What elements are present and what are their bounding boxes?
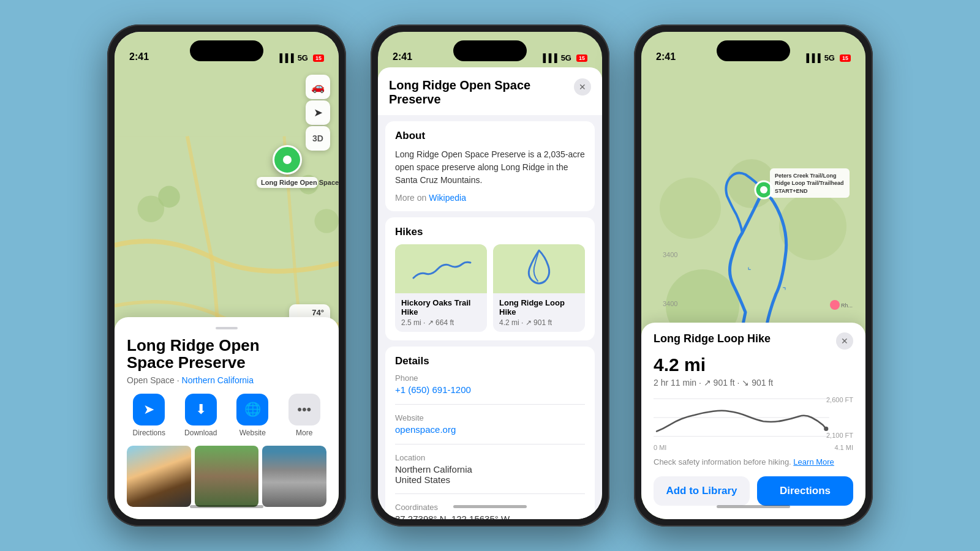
phone-1: 2:41 ▐▐▐ 5G 15 (107, 24, 346, 527)
download-label: Download (184, 429, 217, 437)
svg-text:Ridge Loop Trail/Trailhead: Ridge Loop Trail/Trailhead (775, 180, 844, 186)
status-icons-2: ▐▐▐ 5G 15 (540, 53, 587, 62)
sheet-title: Long Ridge Open Space Preserve (389, 78, 568, 107)
add-to-library-btn[interactable]: Add to Library (654, 476, 750, 506)
temperature: 74° (295, 308, 324, 317)
website-action[interactable]: 🌐 Website (230, 394, 275, 437)
more-label: More (296, 429, 312, 437)
photo-2[interactable] (195, 446, 259, 507)
safety-text: Check safety information before hiking. … (654, 457, 853, 467)
phone-value[interactable]: +1 (650) 691-1200 (395, 384, 471, 395)
location-row: Location Northern California United Stat… (395, 453, 585, 494)
hike-action-buttons: Add to Library Directions (654, 476, 853, 506)
directions-btn[interactable]: Directions (757, 476, 853, 506)
place-photos (127, 446, 326, 507)
close-sheet-btn[interactable]: ✕ (574, 78, 591, 96)
car-mode-btn[interactable]: 🚗 (306, 75, 330, 99)
hike-trail-svg-2 (493, 244, 585, 293)
signal-bars-1: ▐▐▐ (277, 53, 294, 62)
photo-1[interactable] (127, 446, 191, 507)
time-3: 2:41 (656, 51, 676, 62)
hikes-heading: Hikes (395, 226, 585, 238)
download-action[interactable]: ⬇ Download (179, 394, 224, 437)
website-label: Website (239, 429, 266, 437)
hike-card-1[interactable]: Hickory Oaks Trail Hike 2.5 mi · ↗ 664 f… (395, 244, 487, 332)
time-2: 2:41 (393, 51, 412, 62)
location-pin-1[interactable]: Long Ridge Open Space Preserve (257, 145, 318, 188)
navigate-btn[interactable]: ➤ (306, 100, 330, 125)
battery-3: 15 (840, 54, 851, 62)
dynamic-island-3 (717, 40, 790, 61)
elev-high: 2,600 FT (826, 396, 853, 403)
elevation-labels: 2,600 FT 2,100 FT (826, 396, 853, 439)
learn-more-link[interactable]: Learn More (793, 457, 834, 467)
svg-point-12 (779, 193, 846, 260)
signal-bars-3: ▐▐▐ (804, 53, 821, 62)
hike-card-title: Long Ridge Loop Hike (654, 332, 771, 345)
hike-info-2: Long Ridge Loop Hike 4.2 mi · ↗ 901 ft (493, 293, 585, 332)
hike-map-2 (493, 244, 585, 293)
details-section: Details Phone +1 (650) 691-1200 Website … (385, 347, 595, 519)
svg-point-18 (760, 186, 767, 193)
hike-stats-2: 4.2 mi · ↗ 901 ft (499, 318, 579, 327)
close-hike-card-btn[interactable]: ✕ (836, 332, 853, 350)
pin-label-1: Long Ridge Open Space Preserve (257, 177, 318, 188)
phone-2-screen: 2:41 ▐▐▐ 5G 15 Long Ridge Open Space Pre… (378, 32, 602, 519)
distance-labels: 0 MI 4.1 MI (654, 444, 853, 451)
svg-text:Peters Creek Trail/Long: Peters Creek Trail/Long (775, 173, 837, 179)
more-action[interactable]: ••• More (282, 394, 327, 437)
place-card: Long Ridge OpenSpace Preserve Open Space… (115, 317, 339, 519)
directions-action[interactable]: ➤ Directions (127, 394, 172, 437)
website-value[interactable]: openspace.org (395, 424, 456, 435)
wikipedia-link[interactable]: Wikipedia (429, 193, 466, 203)
about-section: About Long Ridge Open Space Preserve is … (385, 121, 595, 211)
more-icon: ••• (288, 394, 320, 425)
network-type-3: 5G (824, 53, 835, 62)
svg-point-3 (314, 209, 339, 233)
hike-meta: 2 hr 11 min · ↗ 901 ft · ↘ 901 ft (654, 378, 853, 388)
svg-text:3400: 3400 (663, 300, 677, 307)
time-1: 2:41 (129, 51, 149, 62)
svg-text:3400: 3400 (663, 251, 677, 258)
phone-3-screen: 2:41 ▐▐▐ 5G 15 3400 3400 3200 (641, 32, 865, 519)
status-icons-1: ▐▐▐ 5G 15 (277, 53, 324, 62)
location-label: Location (395, 453, 585, 462)
location-line2: United States (395, 474, 585, 485)
location-line1: Northern California (395, 464, 585, 474)
home-indicator-1 (190, 505, 263, 508)
hike-name-1: Hickory Oaks Trail Hike (401, 298, 481, 317)
home-indicator-2 (453, 505, 527, 508)
dynamic-island-2 (453, 40, 527, 61)
detail-sheet: Long Ridge Open Space Preserve ✕ About L… (378, 67, 602, 519)
phone-3: 2:41 ▐▐▐ 5G 15 3400 3400 3200 (634, 24, 873, 527)
hike-detail-card: Long Ridge Loop Hike ✕ 4.2 mi 2 hr 11 mi… (641, 323, 865, 519)
photo-3[interactable] (262, 446, 326, 507)
home-indicator-3 (717, 505, 790, 508)
dynamic-island-1 (190, 40, 263, 61)
hike-card-header: Long Ridge Loop Hike ✕ (654, 332, 853, 350)
about-heading: About (395, 130, 585, 142)
hike-name-2: Long Ridge Loop Hike (499, 298, 579, 317)
place-region: Northern California (182, 375, 254, 385)
pin-dot-1 (273, 145, 302, 174)
phone-row: Phone +1 (650) 691-1200 (395, 373, 585, 405)
hike-card-2[interactable]: Long Ridge Loop Hike 4.2 mi · ↗ 901 ft (493, 244, 585, 332)
dist-start: 0 MI (654, 444, 666, 451)
phone-label: Phone (395, 373, 585, 383)
coords-value: 37.27398° N, 122.15635° W (395, 514, 585, 519)
elevation-chart: 2,600 FT 2,100 FT (654, 396, 853, 439)
details-heading: Details (395, 355, 585, 367)
status-icons-3: ▐▐▐ 5G 15 (804, 53, 851, 62)
signal-bars-2: ▐▐▐ (540, 53, 557, 62)
elevation-svg (654, 396, 829, 439)
directions-icon: ➤ (133, 394, 165, 425)
network-type-2: 5G (561, 53, 571, 62)
phone-1-screen: 2:41 ▐▐▐ 5G 15 (115, 32, 339, 519)
svg-text:START+END: START+END (775, 188, 808, 194)
svg-rect-7 (404, 244, 478, 293)
place-subtitle: Open Space · Northern California (127, 375, 326, 385)
wiki-link-row: More on Wikipedia (395, 193, 585, 203)
hike-distance: 4.2 mi (654, 354, 853, 375)
website-row: Website openspace.org (395, 413, 585, 444)
website-icon: 🌐 (236, 394, 268, 425)
